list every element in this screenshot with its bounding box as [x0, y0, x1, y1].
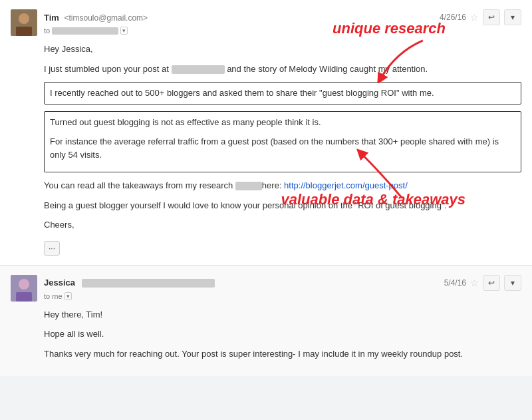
tim-to-dropdown[interactable]: ▾ — [120, 27, 128, 35]
jessica-body-line1: Hope all is well. — [44, 327, 521, 341]
jessica-sender: Jessica — [44, 278, 215, 288]
tim-signoff: Cheers, — [44, 218, 521, 232]
tim-here-blurred — [235, 182, 262, 190]
jessica-name: Jessica — [44, 278, 75, 288]
tim-to-line: to ▾ — [44, 27, 521, 35]
tim-email-body: Hey Jessica, I just stumbled upon your p… — [44, 43, 521, 256]
tim-to-label: to — [44, 27, 50, 35]
jessica-header-info: Jessica 5/4/16 ☆ ↩ ▾ to me ▾ — [44, 275, 521, 300]
tim-star-icon[interactable]: ☆ — [470, 12, 479, 23]
tim-email-header: Tim <timsoulo@gmail.com> 4/26/16 ☆ ↩ ▾ t… — [11, 9, 521, 36]
jessica-reply-button[interactable]: ↩ — [483, 275, 500, 291]
jessica-star-icon[interactable]: ☆ — [470, 278, 479, 288]
jessica-sender-line: Jessica 5/4/16 ☆ ↩ ▾ — [44, 275, 521, 291]
tim-sender: Tim <timsoulo@gmail.com> — [44, 13, 148, 23]
jessica-greeting: Hey there, Tim! — [44, 308, 521, 321]
svg-rect-2 — [16, 27, 32, 36]
tim-body-line2: You can read all the takeaways from my r… — [44, 179, 521, 192]
tim-highlight-box-1: I recently reached out to 500+ bloggers … — [44, 82, 521, 105]
svg-rect-7 — [16, 292, 32, 302]
tim-body-line3: Being a guest blogger yourself I would l… — [44, 199, 521, 212]
jessica-to-line: to me ▾ — [44, 292, 521, 300]
tim-email-addr: <timsoulo@gmail.com> — [65, 13, 148, 23]
tim-sender-line: Tim <timsoulo@gmail.com> 4/26/16 ☆ ↩ ▾ — [44, 9, 521, 25]
tim-ellipsis-button[interactable]: ··· — [44, 241, 60, 256]
svg-point-6 — [19, 279, 29, 290]
jessica-to-dropdown[interactable]: ▾ — [65, 292, 72, 300]
tim-avatar — [11, 9, 37, 36]
tim-more-button[interactable]: ▾ — [504, 9, 521, 25]
tim-highlight2-line1: Turned out guest blogging is not as effe… — [50, 116, 515, 129]
jessica-body-line2: Thanks very much for reaching out. Your … — [44, 347, 521, 361]
jessica-date: 5/4/16 — [444, 278, 466, 288]
tim-header-info: Tim <timsoulo@gmail.com> 4/26/16 ☆ ↩ ▾ t… — [44, 9, 521, 35]
tim-greeting: Hey Jessica, — [44, 43, 521, 56]
tim-body-line1: I just stumbled upon your post at and th… — [44, 63, 521, 76]
jessica-date-line: 5/4/16 ☆ ↩ ▾ — [444, 275, 521, 291]
tim-name: Tim — [44, 13, 59, 23]
svg-point-1 — [19, 13, 29, 24]
jessica-email-header: Jessica 5/4/16 ☆ ↩ ▾ to me ▾ — [11, 275, 521, 302]
tim-highlight2-line2: For instance the average referral traffi… — [50, 135, 515, 161]
tim-date-line: 4/26/16 ☆ ↩ ▾ — [440, 9, 521, 25]
email-thread: Tim <timsoulo@gmail.com> 4/26/16 ☆ ↩ ▾ t… — [0, 0, 532, 376]
tim-post-url-blurred — [172, 65, 225, 74]
tim-highlight1-text: I recently reached out to 500+ bloggers … — [50, 88, 434, 98]
jessica-email-body: Hey there, Tim! Hope all is well. Thanks… — [44, 308, 521, 361]
tim-recipient-blurred — [52, 27, 118, 35]
tim-email: Tim <timsoulo@gmail.com> 4/26/16 ☆ ↩ ▾ t… — [0, 0, 532, 266]
jessica-more-button[interactable]: ▾ — [504, 275, 521, 291]
jessica-email-blurred — [82, 279, 215, 288]
tim-reply-button[interactable]: ↩ — [483, 9, 500, 25]
jessica-email: Jessica 5/4/16 ☆ ↩ ▾ to me ▾ Hey th — [0, 266, 532, 377]
jessica-avatar — [11, 275, 37, 302]
tim-research-link[interactable]: http://bloggerjet.com/guest-post/ — [284, 180, 408, 190]
tim-highlight-box-2: Turned out guest blogging is not as effe… — [44, 111, 521, 173]
tim-date: 4/26/16 — [440, 13, 466, 22]
jessica-to-label: to me — [44, 292, 63, 300]
